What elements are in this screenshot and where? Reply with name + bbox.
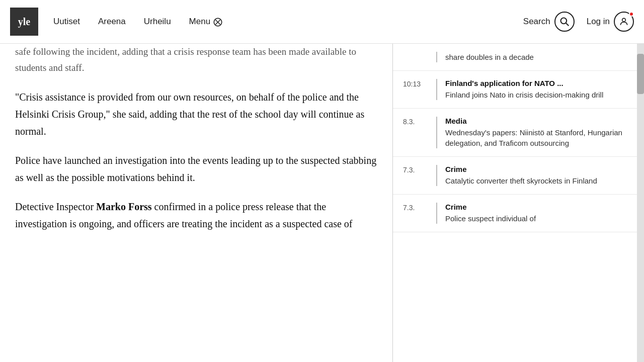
article-para-2: "Crisis assistance is provided from our … — [15, 88, 377, 140]
sidebar-text: share doubles in a decade — [445, 52, 634, 62]
user-icon — [614, 12, 634, 32]
sidebar-headline: Catalytic converter theft skyrockets in … — [445, 175, 634, 186]
article-para-3: Police have launched an investigation in… — [15, 152, 377, 186]
sidebar-time: 8.3. — [403, 117, 428, 148]
header-actions: Search Log in — [523, 12, 634, 32]
sidebar-category: Finland's application for NATO ... — [445, 79, 634, 87]
sidebar-headline: Finland joins Nato in crisis decision-ma… — [445, 89, 634, 100]
chevron-down-icon: ⨂ — [213, 16, 222, 27]
sidebar: share doubles in a decade 10:13 Finland'… — [392, 44, 644, 362]
sidebar-text: Crime Catalytic converter theft skyrocke… — [445, 165, 634, 186]
sidebar-headline: Wednesday's papers: Niinistö at Stanford… — [445, 127, 634, 148]
svg-point-0 — [560, 18, 567, 24]
sidebar-text: Media Wednesday's papers: Niinistö at St… — [445, 117, 634, 148]
sidebar-time: 7.3. — [403, 203, 428, 224]
sidebar-headline: Police suspect individual of — [445, 213, 634, 224]
nav-menu[interactable]: Menu ⨂ — [189, 16, 223, 27]
nav-uutiset[interactable]: Uutiset — [53, 16, 80, 27]
list-item[interactable]: share doubles in a decade — [393, 44, 644, 71]
sidebar-divider — [436, 117, 437, 148]
svg-line-1 — [566, 23, 569, 26]
sidebar-headline: share doubles in a decade — [445, 52, 634, 62]
scrollbar[interactable] — [637, 44, 644, 362]
sidebar-time: 10:13 — [403, 79, 428, 100]
page-content: safe following the incident, adding that… — [0, 44, 644, 362]
article-para-1: safe following the incident, adding that… — [15, 44, 377, 76]
search-icon — [554, 12, 575, 32]
yle-logo[interactable]: yle — [10, 8, 38, 36]
svg-point-2 — [622, 18, 626, 22]
nav-urheilu[interactable]: Urheilu — [144, 16, 171, 27]
article-body: safe following the incident, adding that… — [0, 44, 392, 362]
scrollbar-thumb[interactable] — [637, 54, 644, 94]
sidebar-time — [403, 52, 428, 62]
site-header: yle Uutiset Areena Urheilu Menu ⨂ Search — [0, 0, 644, 44]
sidebar-divider — [436, 79, 437, 100]
sidebar-category: Crime — [445, 203, 634, 211]
article-para-4: Detective Inspector Marko Forss confirme… — [15, 198, 377, 232]
sidebar-divider — [436, 52, 437, 62]
nav-areena[interactable]: Areena — [98, 16, 126, 27]
sidebar-text: Finland's application for NATO ... Finla… — [445, 79, 634, 100]
sidebar-category: Crime — [445, 165, 634, 173]
list-item[interactable]: 10:13 Finland's application for NATO ...… — [393, 71, 644, 109]
login-button[interactable]: Log in — [587, 12, 634, 32]
list-item[interactable]: 7.3. Crime Police suspect individual of — [393, 195, 644, 232]
sidebar-divider — [436, 165, 437, 186]
list-item[interactable]: 8.3. Media Wednesday's papers: Niinistö … — [393, 109, 644, 157]
list-item[interactable]: 7.3. Crime Catalytic converter theft sky… — [393, 157, 644, 195]
main-nav: Uutiset Areena Urheilu Menu ⨂ — [53, 16, 523, 27]
sidebar-category: Media — [445, 117, 634, 125]
sidebar-time: 7.3. — [403, 165, 428, 186]
notification-badge — [629, 12, 634, 17]
search-button[interactable]: Search — [523, 12, 575, 32]
bold-name: Marko Forss — [96, 201, 152, 212]
sidebar-divider — [436, 203, 437, 224]
sidebar-text: Crime Police suspect individual of — [445, 203, 634, 224]
